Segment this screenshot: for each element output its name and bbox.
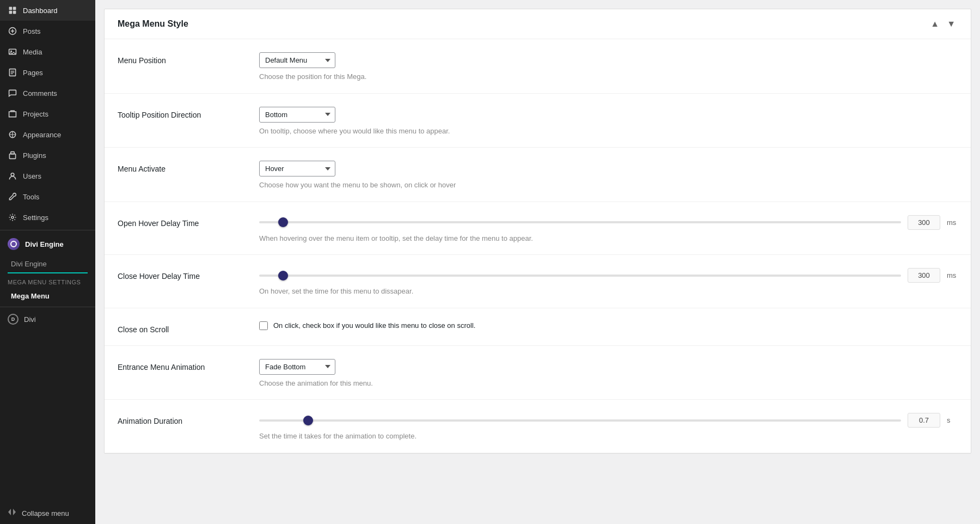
sidebar-item-tools[interactable]: Tools bbox=[0, 186, 95, 207]
sidebar-item-divi-engine[interactable]: Divi Engine bbox=[0, 233, 95, 255]
sidebar-divider-2 bbox=[0, 307, 95, 307]
divi-label: Divi bbox=[24, 315, 36, 324]
sidebar-item-label: Projects bbox=[23, 110, 48, 118]
tooltip-position-label-col: Tooltip Position Direction bbox=[118, 107, 259, 120]
animation-duration-input[interactable] bbox=[908, 413, 940, 428]
animation-duration-description: Set the time it takes for the animation … bbox=[259, 431, 958, 442]
sidebar-item-appearance[interactable]: Appearance bbox=[0, 124, 95, 145]
sidebar-sub-mega-menu[interactable]: Mega Menu bbox=[0, 288, 95, 304]
close-on-scroll-control: On click, check box if you would like th… bbox=[259, 321, 958, 330]
close-hover-delay-control: ms On hover, set the time for this menu … bbox=[259, 268, 958, 297]
animation-duration-slider-row: s bbox=[259, 413, 958, 428]
svg-point-16 bbox=[11, 173, 14, 176]
sidebar-item-label: Dashboard bbox=[23, 7, 58, 15]
animation-duration-control: s Set the time it takes for the animatio… bbox=[259, 413, 958, 442]
tooltip-position-control: Bottom Top Left Right On tooltip, choose… bbox=[259, 107, 958, 137]
close-hover-delay-label: Close Hover Delay Time bbox=[118, 272, 200, 281]
sidebar-item-comments[interactable]: Comments bbox=[0, 83, 95, 103]
collapse-icon bbox=[8, 508, 16, 519]
open-hover-delay-input[interactable] bbox=[908, 215, 940, 230]
close-hover-delay-slider-row: ms bbox=[259, 268, 958, 283]
collapse-menu-item[interactable]: Collapse menu bbox=[0, 502, 95, 524]
menu-activate-label-col: Menu Activate bbox=[118, 161, 259, 174]
close-on-scroll-checkbox-label: On click, check box if you would like th… bbox=[273, 321, 475, 330]
entrance-animation-select[interactable]: Fade Bottom Fade Top Fade Left Fade Righ… bbox=[259, 359, 335, 375]
animation-duration-row: Animation Duration s Set the time it tak… bbox=[105, 400, 971, 453]
panel-header: Mega Menu Style ▲ ▼ bbox=[105, 9, 971, 39]
open-hover-delay-slider[interactable] bbox=[259, 221, 901, 223]
svg-point-8 bbox=[10, 51, 12, 52]
close-hover-delay-row: Close Hover Delay Time ms On hover, set … bbox=[105, 255, 971, 308]
close-hover-delay-input[interactable] bbox=[908, 268, 940, 283]
sidebar-item-label: Tools bbox=[23, 193, 39, 201]
sidebar-item-label: Posts bbox=[23, 27, 41, 35]
pages-icon bbox=[8, 68, 17, 77]
tools-icon bbox=[8, 192, 17, 202]
tooltip-position-select[interactable]: Bottom Top Left Right bbox=[259, 107, 335, 123]
sidebar-sub-divi-engine[interactable]: Divi Engine bbox=[0, 255, 95, 272]
close-hover-delay-slider[interactable] bbox=[259, 275, 901, 277]
sidebar-item-label: Users bbox=[23, 172, 41, 180]
panel-up-button[interactable]: ▲ bbox=[928, 18, 941, 30]
panel-title: Mega Menu Style bbox=[118, 19, 188, 29]
settings-icon bbox=[8, 212, 17, 222]
menu-position-label-col: Menu Position bbox=[118, 52, 259, 65]
projects-icon bbox=[8, 109, 17, 119]
open-hover-delay-description: When hovering over the menu item or tool… bbox=[259, 233, 958, 244]
sidebar-item-dashboard[interactable]: Dashboard bbox=[0, 0, 95, 21]
animation-duration-label-col: Animation Duration bbox=[118, 413, 259, 426]
sidebar-item-label: Comments bbox=[23, 89, 57, 98]
media-icon bbox=[8, 47, 17, 57]
close-on-scroll-label: Close on Scroll bbox=[118, 325, 169, 334]
sidebar-item-projects[interactable]: Projects bbox=[0, 103, 95, 124]
open-hover-delay-control: ms When hovering over the menu item or t… bbox=[259, 215, 958, 244]
entrance-animation-row: Entrance Menu Animation Fade Bottom Fade… bbox=[105, 346, 971, 400]
divi-engine-label: Divi Engine bbox=[25, 240, 64, 248]
sidebar-item-plugins[interactable]: Plugins bbox=[0, 145, 95, 166]
sidebar-item-posts[interactable]: Posts bbox=[0, 21, 95, 41]
mega-menu-settings-label: Mega Menu Settings bbox=[0, 276, 95, 288]
animation-duration-unit: s bbox=[947, 416, 958, 424]
close-hover-delay-description: On hover, set the time for this menu to … bbox=[259, 286, 958, 297]
menu-activate-select[interactable]: Hover Click bbox=[259, 161, 335, 176]
active-underline bbox=[8, 272, 88, 273]
close-hover-delay-unit: ms bbox=[947, 271, 958, 279]
close-on-scroll-label-col: Close on Scroll bbox=[118, 321, 259, 334]
animation-duration-label: Animation Duration bbox=[118, 417, 182, 425]
svg-rect-15 bbox=[9, 154, 15, 159]
svg-rect-2 bbox=[9, 11, 13, 14]
panel-down-button[interactable]: ▼ bbox=[945, 18, 958, 30]
sidebar-item-label: Appearance bbox=[23, 131, 61, 139]
tooltip-position-label: Tooltip Position Direction bbox=[118, 111, 201, 119]
settings-panel: Mega Menu Style ▲ ▼ Menu Position Defaul… bbox=[104, 9, 971, 454]
sidebar-item-users[interactable]: Users bbox=[0, 166, 95, 186]
close-on-scroll-checkbox-row: On click, check box if you would like th… bbox=[259, 321, 958, 330]
open-hover-delay-slider-row: ms bbox=[259, 215, 958, 230]
menu-position-select[interactable]: Default Menu Left Right Center bbox=[259, 52, 335, 68]
open-hover-delay-row: Open Hover Delay Time ms When hovering o… bbox=[105, 202, 971, 255]
entrance-animation-description: Choose the animation for this menu. bbox=[259, 378, 958, 389]
appearance-icon bbox=[8, 130, 17, 139]
sidebar: Dashboard Posts Media Pages Comments Pro… bbox=[0, 0, 95, 524]
tooltip-position-description: On tooltip, choose where you would like … bbox=[259, 126, 958, 137]
tooltip-position-row: Tooltip Position Direction Bottom Top Le… bbox=[105, 94, 971, 148]
sidebar-item-divi[interactable]: D Divi bbox=[0, 309, 95, 329]
animation-duration-slider[interactable] bbox=[259, 419, 901, 422]
main-content: Mega Menu Style ▲ ▼ Menu Position Defaul… bbox=[95, 0, 980, 524]
entrance-animation-label-col: Entrance Menu Animation bbox=[118, 359, 259, 372]
divi-engine-logo bbox=[8, 238, 20, 250]
sidebar-item-pages[interactable]: Pages bbox=[0, 62, 95, 83]
menu-activate-description: Choose how you want the menu to be shown… bbox=[259, 180, 958, 191]
close-on-scroll-checkbox[interactable] bbox=[259, 321, 268, 330]
dashboard-icon bbox=[8, 5, 17, 15]
sidebar-item-label: Plugins bbox=[23, 151, 46, 160]
posts-icon bbox=[8, 26, 17, 36]
menu-position-row: Menu Position Default Menu Left Right Ce… bbox=[105, 39, 971, 94]
menu-activate-label: Menu Activate bbox=[118, 164, 166, 173]
sidebar-item-settings[interactable]: Settings bbox=[0, 207, 95, 228]
menu-position-description: Choose the position for this Mega. bbox=[259, 71, 958, 82]
svg-point-17 bbox=[11, 216, 14, 218]
sidebar-item-media[interactable]: Media bbox=[0, 41, 95, 62]
menu-position-control: Default Menu Left Right Center Choose th… bbox=[259, 52, 958, 82]
svg-rect-3 bbox=[13, 11, 16, 14]
